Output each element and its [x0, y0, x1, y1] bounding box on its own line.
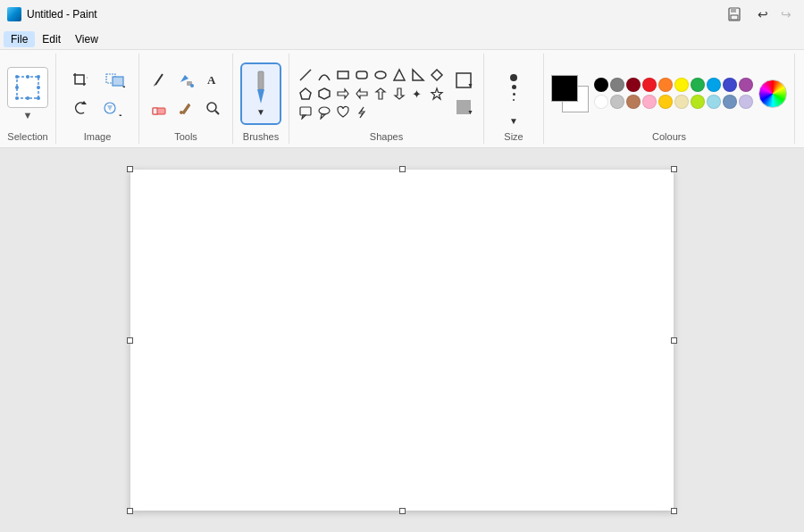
- svg-text:▼: ▼: [467, 82, 473, 88]
- colour-skyblue[interactable]: [707, 95, 721, 109]
- rotate-button[interactable]: [67, 96, 92, 121]
- brushes-section: ▼ Brushes: [233, 54, 289, 144]
- shapes-side-panel: ▼ ▼: [451, 68, 476, 120]
- brush-main-button[interactable]: ▼: [240, 62, 281, 125]
- resize-handle-bottom-right[interactable]: [671, 508, 677, 514]
- colour-red[interactable]: [642, 78, 657, 92]
- colour-lavender[interactable]: [739, 95, 753, 109]
- colour-gray[interactable]: [610, 78, 624, 92]
- menu-view[interactable]: View: [68, 31, 105, 47]
- size-dot-xsmall[interactable]: [513, 99, 515, 101]
- magnifier-button[interactable]: [200, 96, 225, 121]
- colour-white[interactable]: [594, 95, 608, 109]
- colour-lightgray[interactable]: [610, 95, 624, 109]
- colour-orange[interactable]: [658, 78, 673, 92]
- svg-point-33: [375, 71, 386, 79]
- selection-dropdown[interactable]: ▼: [23, 110, 33, 121]
- svg-marker-44: [431, 88, 442, 99]
- image-row-2: ▼: [67, 96, 128, 121]
- canvas-wrapper: [130, 170, 674, 511]
- colour-darkblue[interactable]: [723, 78, 737, 92]
- shape-curve[interactable]: [315, 66, 333, 84]
- text-button[interactable]: A: [200, 67, 225, 92]
- resize-handle-top-right[interactable]: [671, 166, 677, 172]
- fill-button[interactable]: [173, 67, 198, 92]
- size-dot-small[interactable]: [513, 93, 515, 96]
- shape-line[interactable]: [297, 66, 314, 84]
- shape-ellipse[interactable]: [372, 66, 389, 84]
- shape-callout-rect[interactable]: [297, 104, 314, 121]
- redo-button[interactable]: ↪: [775, 4, 797, 25]
- colour-lime[interactable]: [691, 95, 705, 109]
- colour-cream[interactable]: [674, 95, 689, 109]
- colours-content: [551, 57, 787, 129]
- menu-edit[interactable]: Edit: [35, 31, 68, 47]
- menu-file[interactable]: File: [4, 31, 35, 47]
- eraser-button[interactable]: [147, 96, 172, 121]
- foreground-colour-swatch[interactable]: [551, 75, 578, 102]
- colour-wheel-button[interactable]: [758, 79, 787, 108]
- save-button[interactable]: [722, 2, 747, 27]
- menu-bar: File Edit View: [0, 29, 804, 50]
- svg-point-6: [15, 96, 19, 100]
- brushes-label: Brushes: [243, 129, 279, 142]
- colour-yellow[interactable]: [674, 78, 689, 92]
- colour-brown[interactable]: [626, 95, 641, 109]
- crop-button[interactable]: ▼: [63, 67, 96, 92]
- shape-up-arrow[interactable]: [372, 85, 389, 103]
- shape-down-arrow[interactable]: [390, 85, 408, 103]
- size-dot-medium[interactable]: [512, 85, 516, 89]
- size-content: ▼: [491, 57, 536, 129]
- colour-green[interactable]: [691, 78, 705, 92]
- pencil-button[interactable]: [147, 67, 172, 92]
- shape-triangle[interactable]: [390, 66, 408, 84]
- shape-left-arrow[interactable]: [353, 85, 371, 103]
- fill-shape-button[interactable]: ▼: [451, 95, 476, 120]
- resize-handle-middle-right[interactable]: [671, 337, 677, 344]
- colour-purple[interactable]: [739, 78, 753, 92]
- resize-handle-bottom-center[interactable]: [399, 508, 406, 514]
- shape-4-arrow[interactable]: ✦: [409, 85, 427, 103]
- effects-button[interactable]: ▼: [96, 96, 128, 121]
- shape-hexagon[interactable]: [315, 85, 333, 103]
- shape-rect[interactable]: [334, 66, 352, 84]
- paint-canvas[interactable]: [130, 170, 674, 511]
- shape-diamond[interactable]: [428, 66, 446, 84]
- title-bar: Untitled - Paint ↩ ↪: [0, 0, 804, 29]
- resize-handle-bottom-left[interactable]: [127, 508, 133, 514]
- colours-section: Colours: [544, 54, 795, 144]
- shape-right-arrow[interactable]: [334, 85, 352, 103]
- shape-callout-round[interactable]: [315, 104, 333, 121]
- colour-darkred[interactable]: [626, 78, 641, 92]
- shape-lightning[interactable]: [353, 104, 371, 121]
- svg-marker-36: [431, 70, 442, 80]
- colour-black[interactable]: [594, 78, 608, 92]
- shape-pentagon[interactable]: [297, 85, 314, 103]
- size-dropdown[interactable]: ▼: [509, 116, 518, 126]
- canvas-area: [0, 148, 804, 532]
- layers-section: Layers: [795, 54, 804, 144]
- colorpicker-button[interactable]: [173, 96, 198, 121]
- resize-button[interactable]: ▼: [99, 67, 131, 92]
- shape-star[interactable]: [428, 85, 446, 103]
- resize-handle-middle-left[interactable]: [127, 337, 133, 344]
- shape-heart[interactable]: [334, 104, 352, 121]
- undo-button[interactable]: ↩: [752, 4, 774, 25]
- svg-point-22: [190, 84, 194, 87]
- palette-row-2: [594, 95, 753, 109]
- colour-lightblue[interactable]: [707, 78, 721, 92]
- resize-handle-top-center[interactable]: [399, 166, 406, 172]
- selection-main-button[interactable]: [7, 67, 48, 108]
- shape-right-triangle[interactable]: [409, 66, 427, 84]
- svg-point-7: [37, 96, 40, 100]
- size-dot-large[interactable]: [510, 74, 517, 81]
- tools-content: A: [147, 57, 225, 129]
- colour-steelblue[interactable]: [723, 95, 737, 109]
- outline-button[interactable]: ▼: [451, 68, 476, 93]
- resize-handle-top-left[interactable]: [127, 166, 133, 172]
- shapes-section: ✦ ▼ ▼ Shapes: [289, 54, 484, 144]
- colour-pink[interactable]: [642, 95, 657, 109]
- colour-gold[interactable]: [658, 95, 673, 109]
- svg-text:▼: ▼: [121, 85, 125, 87]
- shape-rounded-rect[interactable]: [353, 66, 371, 84]
